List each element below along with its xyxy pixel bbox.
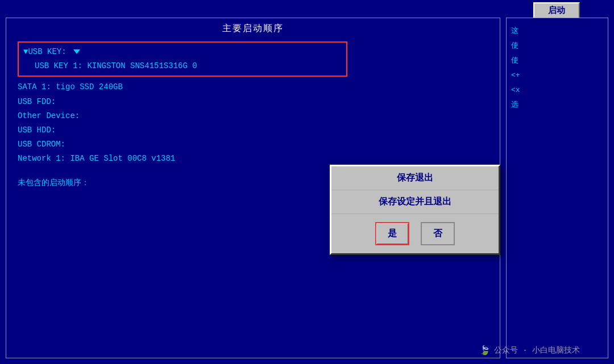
boot-item-usb-fdd[interactable]: USB FDD: (18, 95, 488, 109)
confirm-no-label: 否 (433, 229, 442, 239)
confirm-yes-button[interactable]: 是 (375, 222, 409, 245)
right-line-1: 这 (511, 24, 603, 39)
save-exit-item[interactable]: 保存退出 (331, 166, 499, 190)
tab-boot[interactable]: 启动 (533, 2, 580, 18)
right-line-5: <x (511, 83, 603, 98)
save-settings-exit-item[interactable]: 保存设定并且退出 (331, 190, 499, 214)
right-line-3: 使 (511, 53, 603, 68)
watermark-icon: 🍃 (479, 345, 491, 356)
confirm-no-button[interactable]: 否 (421, 222, 455, 245)
confirm-yes-label: 是 (388, 229, 397, 239)
watermark-text: 公众号 · 小白电脑技术 (494, 345, 580, 355)
boot-item-usb-cdrom[interactable]: USB CDROM: (18, 137, 488, 152)
right-text: 这 使 使 <+ <x 选 (511, 24, 603, 112)
bios-screen: 启动 主要启动顺序 ▼USB KEY: USB KEY 1: KINGSTON … (0, 0, 614, 364)
boot-item-other-device[interactable]: Other Device: (18, 109, 488, 123)
save-settings-exit-label: 保存设定并且退出 (379, 197, 451, 207)
cursor-icon (73, 49, 80, 54)
usb-key-1-text: USB KEY 1: KINGSTON SNS4151S316G 0 (35, 61, 197, 70)
right-line-6: 选 (511, 98, 603, 112)
save-exit-label: 保存退出 (397, 173, 433, 183)
usb-key-header-text: ▼USB KEY: (23, 47, 67, 56)
boot-list: ▼USB KEY: USB KEY 1: KINGSTON SNS4151S31… (6, 41, 500, 166)
save-dialog: 保存退出 保存设定并且退出 是 否 (330, 165, 500, 255)
boot-item-network[interactable]: Network 1: IBA GE Slot 00C8 v1381 (18, 152, 488, 166)
boot-item-usb-hdd[interactable]: USB HDD: (18, 123, 488, 137)
selected-boot-group[interactable]: ▼USB KEY: USB KEY 1: KINGSTON SNS4151S31… (18, 41, 347, 77)
boot-item-usb-key-1[interactable]: USB KEY 1: KINGSTON SNS4151S316G 0 (23, 59, 342, 73)
watermark: 🍃 公众号 · 小白电脑技术 (479, 345, 580, 356)
right-line-2: 使 (511, 39, 603, 53)
right-panel: 这 使 使 <+ <x 选 (506, 18, 608, 358)
confirm-row: 是 否 (331, 214, 499, 253)
right-line-4: <+ (511, 68, 603, 83)
main-content: 主要启动顺序 ▼USB KEY: USB KEY 1: KINGSTON SNS… (0, 18, 614, 364)
section-title: 主要启动顺序 (6, 18, 500, 41)
boot-item-usb-key-header[interactable]: ▼USB KEY: (23, 45, 342, 59)
boot-item-sata[interactable]: SATA 1: tigo SSD 240GB (18, 80, 488, 94)
tab-boot-label: 启动 (548, 6, 565, 16)
tab-bar: 启动 (0, 0, 614, 18)
